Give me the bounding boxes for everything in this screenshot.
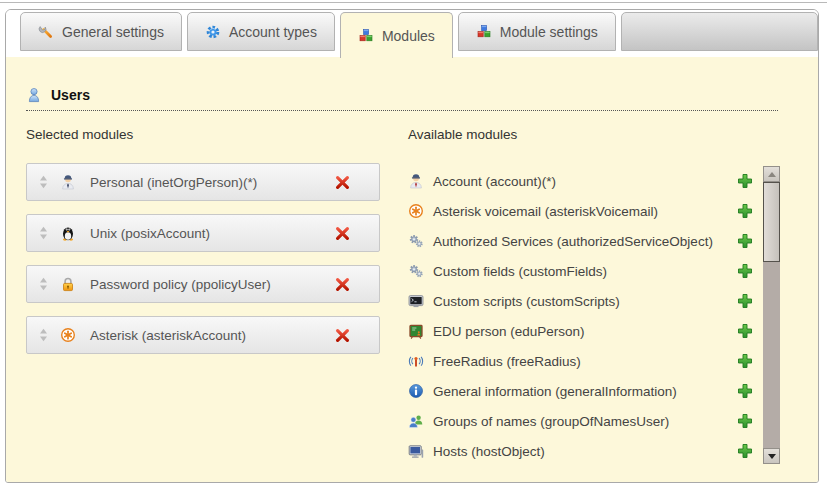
module-label: Account (account)(*) (433, 174, 556, 189)
scrollbar-thumb[interactable] (763, 182, 780, 262)
tab-modules[interactable]: Modules (340, 12, 453, 58)
selected-module-row[interactable]: Asterisk (asteriskAccount) (26, 316, 380, 354)
selected-module-row[interactable]: Unix (posixAccount) (26, 214, 380, 252)
selected-module-row[interactable]: Personal (inetOrgPerson)(*) (26, 163, 380, 201)
up-arrow-icon (768, 172, 776, 177)
add-icon[interactable] (737, 263, 753, 279)
scrollbar-track[interactable] (763, 262, 780, 448)
add-icon[interactable] (737, 323, 753, 339)
module-label: Password policy (ppolicyUser) (90, 277, 271, 292)
available-module-row: General information (generalInformation) (408, 376, 753, 406)
selected-modules-heading: Selected modules (26, 127, 380, 142)
asterisk-icon (408, 203, 424, 219)
module-label: Personal (inetOrgPerson)(*) (90, 175, 257, 190)
delete-icon[interactable] (334, 174, 351, 191)
drag-handle-icon[interactable] (39, 328, 48, 342)
module-label: Asterisk voicemail (asteriskVoicemail) (433, 204, 658, 219)
module-label: FreeRadius (freeRadius) (433, 354, 581, 369)
terminal-icon (408, 293, 424, 309)
drag-handle-icon[interactable] (39, 277, 48, 291)
tux-icon (60, 225, 76, 241)
available-module-row: Custom fields (customFields) (408, 256, 753, 286)
add-icon[interactable] (737, 413, 753, 429)
modules-panel: Users Selected modules (6, 57, 818, 482)
down-arrow-icon (768, 454, 776, 459)
module-label: Unix (posixAccount) (90, 226, 210, 241)
tab-account-types[interactable]: Account types (187, 12, 335, 51)
available-module-row: Custom scripts (customScripts) (408, 286, 753, 316)
available-module-row: Account (account)(*) (408, 166, 753, 196)
module-label: Hosts (hostObject) (433, 444, 545, 459)
available-module-row: FreeRadius (freeRadius) (408, 346, 753, 376)
cubes-icon (358, 28, 374, 44)
module-label: Asterisk (asteriskAccount) (90, 328, 246, 343)
module-label: Groups of names (groupOfNamesUser) (433, 414, 669, 429)
module-label: Authorized Services (authorizedServiceOb… (433, 234, 713, 249)
available-module-row: Asterisk voicemail (asteriskVoicemail) (408, 196, 753, 226)
radio-icon (408, 353, 424, 369)
delete-icon[interactable] (334, 276, 351, 293)
users-section-header: Users (26, 87, 778, 111)
delete-icon[interactable] (334, 225, 351, 242)
available-modules-column: Available modules (408, 127, 780, 466)
module-label: EDU person (eduPerson) (433, 324, 585, 339)
chalkboard-icon (408, 323, 424, 339)
person-icon (60, 174, 76, 190)
gears-icon (408, 233, 424, 249)
available-module-row: EDU person (eduPerson) (408, 316, 753, 346)
add-icon[interactable] (737, 353, 753, 369)
selected-module-row[interactable]: Password policy (ppolicyUser) (26, 265, 380, 303)
available-modules-heading: Available modules (408, 127, 780, 142)
top-divider (0, 2, 827, 3)
add-icon[interactable] (737, 233, 753, 249)
section-title: Users (51, 87, 90, 103)
cubes-icon (476, 24, 492, 40)
tab-label: Account types (229, 24, 317, 40)
gear-icon (205, 24, 221, 40)
info-icon (408, 383, 424, 399)
asterisk-icon (60, 327, 76, 343)
tab-label: Modules (382, 28, 435, 44)
add-icon[interactable] (737, 203, 753, 219)
drag-handle-icon[interactable] (39, 226, 48, 240)
delete-icon[interactable] (334, 327, 351, 344)
tab-label: General settings (62, 24, 164, 40)
selected-modules-column: Selected modules (26, 127, 380, 466)
person-icon (408, 173, 424, 189)
wrench-icon (38, 24, 54, 40)
tab-bar-filler (621, 12, 818, 51)
available-module-row: Authorized Services (authorizedServiceOb… (408, 226, 753, 256)
config-window: General settings Account types (5, 9, 819, 483)
available-modules-list: Account (account)(*) (408, 166, 753, 466)
tab-label: Module settings (500, 24, 598, 40)
add-icon[interactable] (737, 293, 753, 309)
lock-icon (60, 276, 76, 292)
module-columns: Selected modules (26, 127, 780, 466)
available-modules-scrollbar[interactable] (763, 166, 780, 464)
user-icon (26, 87, 42, 103)
module-label: Custom fields (customFields) (433, 264, 607, 279)
tab-general-settings[interactable]: General settings (20, 12, 182, 51)
add-icon[interactable] (737, 383, 753, 399)
add-icon[interactable] (737, 173, 753, 189)
add-icon[interactable] (737, 443, 753, 459)
available-module-row: Hosts (hostObject) (408, 436, 753, 466)
module-label: Custom scripts (customScripts) (433, 294, 620, 309)
scroll-down-button[interactable] (763, 448, 780, 464)
tab-bar: General settings Account types (6, 10, 818, 57)
group-icon (408, 413, 424, 429)
available-module-row: Groups of names (groupOfNamesUser) (408, 406, 753, 436)
gears-icon (408, 263, 424, 279)
drag-handle-icon[interactable] (39, 175, 48, 189)
scroll-up-button[interactable] (763, 166, 780, 182)
module-label: General information (generalInformation) (433, 384, 677, 399)
tab-module-settings[interactable]: Module settings (458, 12, 616, 51)
computer-icon (408, 443, 424, 459)
